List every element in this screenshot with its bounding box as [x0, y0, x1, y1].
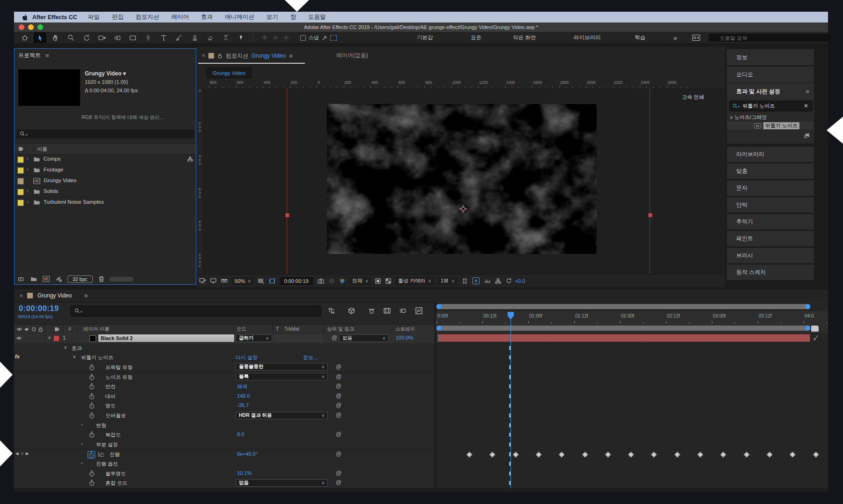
stopwatch-icon[interactable] [89, 374, 95, 380]
stretch-value[interactable]: 100.0% [396, 335, 413, 341]
current-timecode[interactable]: 0:00:00:19 [19, 304, 59, 313]
project-item-row[interactable]: ›Comps [15, 154, 196, 165]
project-item-label[interactable]: Comps [44, 156, 60, 162]
show-channel-icon[interactable] [339, 278, 345, 284]
keyframe-diamond[interactable] [790, 452, 795, 458]
keyframe-diamond[interactable] [744, 452, 749, 458]
layer-label-chip[interactable] [53, 335, 59, 341]
property-pickwhip-icon[interactable]: @ [336, 402, 341, 408]
snap-checkbox[interactable] [300, 35, 306, 41]
stopwatch-icon[interactable] [89, 431, 95, 438]
project-item-label[interactable]: Grungy Video [44, 178, 76, 183]
property-dropdown[interactable]: 울퉁불퉁한∨ [236, 363, 328, 371]
property-label[interactable]: 프랙탈 유형 [105, 364, 133, 371]
panel-tab-문자[interactable]: 문자 [727, 180, 814, 197]
puppet-pin-tool[interactable] [235, 32, 247, 43]
project-panel-menu-icon[interactable]: ≡ [45, 52, 49, 59]
view-axis-icon[interactable] [283, 35, 289, 41]
menu-item-4[interactable]: 효과 [195, 14, 219, 20]
item-expander-icon[interactable]: › [27, 167, 28, 172]
keyframe-diamond[interactable] [651, 452, 657, 458]
effects-panel-menu-icon[interactable]: ≡ [806, 88, 809, 95]
interpret-footage-icon[interactable] [18, 276, 25, 282]
keyframe-diamond[interactable] [536, 452, 541, 458]
zoom-tool[interactable] [65, 32, 77, 43]
effect-name[interactable]: 뒤틀기 노이즈 [81, 354, 113, 361]
property-pickwhip-icon[interactable]: @ [336, 479, 341, 486]
parent-dropdown[interactable]: 없음∨ [339, 334, 389, 342]
panel-tab-동작 스케치[interactable]: 동작 스케치 [727, 265, 814, 281]
timeline-panel-menu-icon[interactable]: ≡ [84, 292, 88, 299]
timeline-property-row[interactable]: 복잡도8.0@ [14, 430, 435, 440]
effect-about-link[interactable]: 정보... [303, 354, 318, 361]
index-column-header[interactable]: # [68, 326, 71, 332]
project-item-label[interactable]: Solids [44, 188, 58, 194]
graph-toggle-icon[interactable] [98, 452, 104, 457]
timeline-property-row[interactable]: ›부분 설정 [14, 440, 435, 450]
layer-duration-bar[interactable] [437, 334, 810, 342]
layer-expander[interactable]: ∨ [48, 335, 51, 340]
brush-tool[interactable] [173, 32, 185, 43]
rotate-tool[interactable] [80, 32, 93, 43]
motion-blur-icon[interactable] [399, 307, 407, 314]
stereo-3d-glasses-icon[interactable] [221, 279, 228, 283]
item-label-chip[interactable] [17, 178, 24, 185]
property-pickwhip-icon[interactable]: @ [336, 383, 341, 389]
property-value[interactable]: -35.7 [237, 402, 249, 408]
timeline-property-row[interactable]: ∨효과 [14, 343, 435, 354]
property-pickwhip-icon[interactable]: @ [336, 431, 341, 437]
keyframe-diamond[interactable] [767, 452, 772, 458]
timeline-track-area[interactable]: 0:00f00:12f01:00f01:12f02:00f02:12f03:00… [436, 302, 828, 488]
roto-brush-tool[interactable] [219, 32, 232, 43]
timeline-property-row[interactable]: 명도-35.7@ [14, 401, 435, 411]
timeline-property-row[interactable]: 불투명도10.1%@ [14, 469, 435, 479]
keyframe-diamond[interactable] [697, 452, 703, 458]
app-menu-title[interactable]: After Effects CC [32, 14, 77, 21]
timeline-property-row[interactable]: 혼합 모드없음∨@ [14, 478, 435, 488]
maximize-window-button[interactable] [37, 24, 43, 30]
timeline-property-row[interactable]: ›진행 옵션 [14, 459, 435, 469]
property-value[interactable]: 10.1% [237, 470, 251, 476]
menu-item-2[interactable]: 컴포지션 [130, 14, 165, 20]
property-label[interactable]: 복잡도 [105, 431, 121, 438]
property-dropdown[interactable]: 블록∨ [236, 373, 328, 380]
project-tab[interactable]: 프로젝트 [18, 52, 41, 59]
menu-item-5[interactable]: 애니메이션 [219, 14, 260, 20]
effect-result-item[interactable]: 32 뒤틀기 노이즈 [727, 121, 814, 130]
item-expander-icon[interactable]: › [27, 156, 28, 161]
workspace-0[interactable]: 기본값 [417, 34, 433, 41]
workspace-3[interactable]: 라이브러리 [574, 34, 601, 41]
save-animation-preset-icon[interactable] [804, 133, 810, 139]
home-tool[interactable] [18, 32, 31, 43]
property-dropdown[interactable]: 없음∨ [236, 479, 328, 487]
layer-name-column-header[interactable]: 레이어 이름 [83, 326, 109, 333]
keyframe-nav-next[interactable]: ▶ [26, 451, 29, 456]
timeline-tab-name[interactable]: Grungy Video [37, 292, 72, 299]
group-label[interactable]: 효과 [72, 345, 82, 352]
layer-visibility-eye-icon[interactable] [16, 335, 22, 341]
panel-tab-라이브러리[interactable]: 라이브러리 [727, 147, 814, 163]
video-preview[interactable] [327, 104, 597, 254]
timeline-property-row[interactable]: 반전해제@ [14, 382, 435, 392]
time-navigator-bar[interactable] [436, 304, 810, 309]
timeline-property-row[interactable]: 프랙탈 유형울퉁불퉁한∨@ [14, 363, 435, 373]
item-expander-icon[interactable]: › [27, 188, 28, 193]
minimize-window-button[interactable] [28, 24, 34, 30]
property-pickwhip-icon[interactable]: @ [336, 470, 341, 476]
keyframe-diamond[interactable] [582, 452, 588, 458]
panel-tab-페인트[interactable]: 페인트 [727, 231, 814, 247]
effect-reset-link[interactable]: 다시 설정 [236, 354, 258, 361]
apple-icon[interactable] [22, 14, 28, 21]
timeline-property-row[interactable]: 대비148.0@ [14, 392, 435, 402]
panel-tab-맞춤[interactable]: 맞춤 [727, 163, 814, 180]
target-region-icon[interactable] [375, 278, 381, 284]
close-window-button[interactable] [19, 24, 24, 30]
stopwatch-icon[interactable] [89, 412, 95, 419]
parent-pickwhip-icon[interactable]: @ [332, 334, 337, 341]
keyframe-diamond[interactable] [674, 452, 680, 458]
property-value[interactable]: 해제 [237, 383, 247, 390]
mode-column-header[interactable]: 모드 [237, 326, 246, 333]
pixel-aspect-correction-icon[interactable] [462, 278, 468, 284]
color-depth-value[interactable]: 32 bpc [67, 275, 93, 283]
item-label-chip[interactable] [17, 189, 24, 195]
